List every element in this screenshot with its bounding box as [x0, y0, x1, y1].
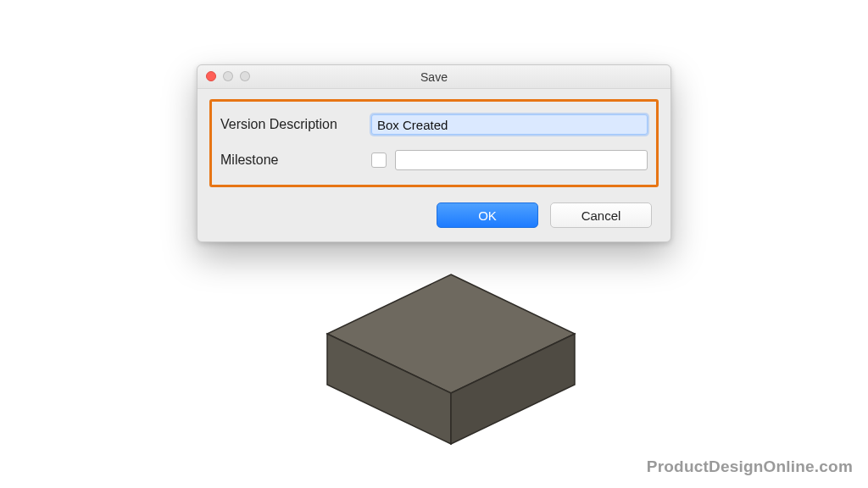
close-icon[interactable] — [206, 71, 216, 81]
milestone-row: Milestone — [220, 146, 648, 175]
milestone-label: Milestone — [220, 152, 371, 168]
window-controls — [206, 71, 250, 81]
dialog-titlebar: Save — [198, 65, 670, 89]
milestone-checkbox[interactable] — [371, 152, 387, 168]
dialog-title: Save — [420, 70, 448, 84]
dialog-buttons: OK Cancel — [209, 202, 659, 228]
ok-button-label: OK — [478, 208, 497, 223]
ok-button[interactable]: OK — [437, 202, 538, 228]
cancel-button-label: Cancel — [581, 208, 621, 223]
cancel-button[interactable]: Cancel — [550, 202, 652, 228]
version-description-input[interactable] — [371, 114, 648, 135]
minimize-icon — [223, 71, 233, 81]
save-dialog: Save Version Description Milestone OK Ca… — [197, 64, 671, 242]
box-3d-illustration — [315, 268, 587, 471]
maximize-icon — [240, 71, 250, 81]
milestone-input[interactable] — [395, 150, 648, 170]
version-description-label: Version Description — [220, 117, 371, 132]
version-description-row: Version Description — [220, 110, 648, 139]
dialog-body: Version Description Milestone OK Cancel — [198, 89, 670, 241]
watermark-text: ProductDesignOnline.com — [647, 458, 853, 476]
highlighted-form-area: Version Description Milestone — [209, 99, 659, 187]
